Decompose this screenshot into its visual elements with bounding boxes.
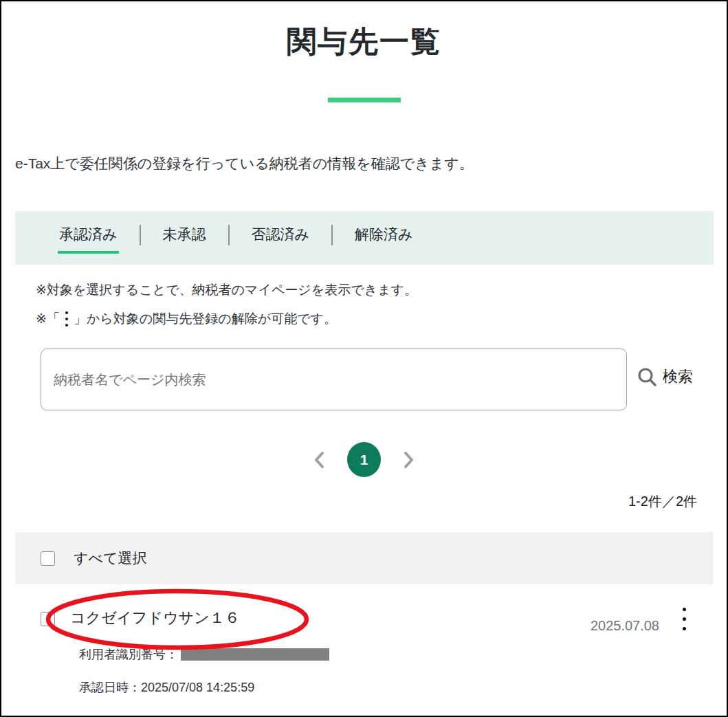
note-kebab-suffix: 」から対象の関与先登録の解除が可能です。 (74, 310, 337, 328)
user-id-line: 利用者識別番号： (79, 646, 329, 663)
note-kebab-prefix: ※「 (36, 310, 60, 328)
tab-separator (140, 225, 141, 245)
taxpayer-date: 2025.07.08 (15, 618, 659, 634)
select-all-checkbox[interactable] (41, 551, 55, 566)
kebab-menu-icon (65, 311, 68, 327)
page-number-current[interactable]: 1 (347, 442, 381, 477)
note-kebab-release: ※「 」から対象の関与先登録の解除が可能です。 (36, 310, 337, 328)
user-id-label: 利用者識別番号： (79, 646, 178, 663)
tab-separator (228, 225, 230, 245)
select-all-label: すべて選択 (74, 549, 146, 568)
result-count: 1-2件／2件 (628, 492, 697, 511)
page-description: e-Tax上で委任関係の登録を行っている納税者の情報を確認できます。 (15, 154, 474, 173)
note-select-target: ※対象を選択することで、納税者のマイページを表示できます。 (36, 281, 417, 299)
search-icon (637, 366, 657, 387)
search-button[interactable]: 検索 (637, 366, 693, 387)
pagination: 1 (1, 442, 727, 477)
kanyosaki-list-page: 関与先一覧 e-Tax上で委任関係の登録を行っている納税者の情報を確認できます。… (0, 0, 728, 717)
user-id-redacted-bar (181, 648, 329, 661)
tab-approved[interactable]: 承認済み (58, 218, 119, 258)
taxpayer-list-item: コクゼイフドウサン１６ 2025.07.08 利用者識別番号： 承認日時：202… (15, 584, 714, 716)
kebab-menu-icon[interactable] (677, 605, 692, 633)
title-accent-bar (328, 98, 401, 102)
search-button-label: 検索 (663, 366, 693, 387)
page-title: 関与先一覧 (1, 22, 727, 62)
search-input[interactable] (41, 349, 627, 410)
select-all-row: すべて選択 (15, 532, 714, 584)
tab-separator (331, 225, 333, 245)
chevron-right-icon[interactable] (401, 450, 415, 470)
tab-released[interactable]: 解除済み (353, 218, 415, 258)
approval-datetime-line: 承認日時：2025/07/08 14:25:59 (79, 679, 254, 696)
chevron-left-icon[interactable] (313, 450, 327, 470)
tab-denied[interactable]: 否認済み (250, 218, 311, 258)
tab-bar: 承認済み 未承認 否認済み 解除済み (15, 211, 714, 265)
tab-unapproved[interactable]: 未承認 (162, 218, 208, 258)
